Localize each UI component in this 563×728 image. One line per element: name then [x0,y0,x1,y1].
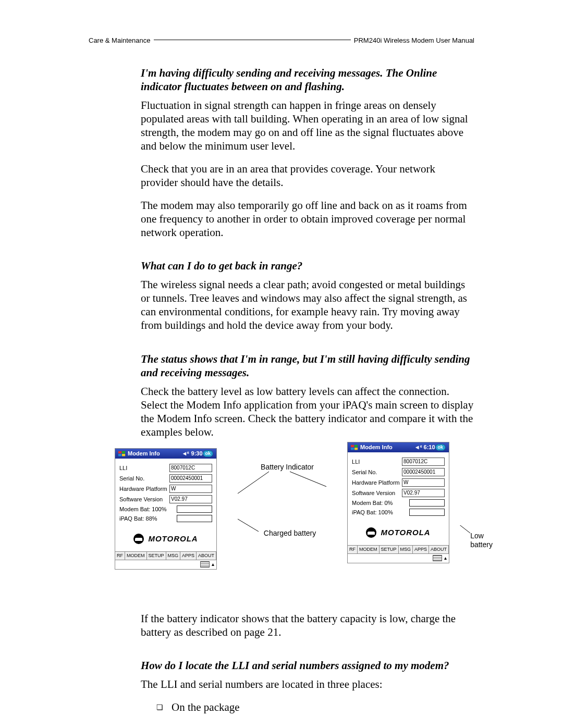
keyboard-icon[interactable] [433,555,442,561]
svg-line-11 [423,525,470,533]
device-titlebar: Modem Info ◄ᵋ 9:30 ok [115,449,216,459]
device-footer: ▴ [115,560,216,569]
content: I'm having difficulty sending and receiv… [141,66,474,714]
annot-low-battery-wrap: Low battery [470,532,493,550]
device-left: Modem Info ◄ᵋ 9:30 ok LLI8007012C Serial… [115,448,217,570]
qa-heading-1: I'm having difficulty sending and receiv… [141,66,474,93]
modem-bat-bar [409,499,445,507]
ipaq-bat-bar [177,515,212,522]
svg-rect-0 [118,451,121,453]
device-footer: ▴ [348,553,449,562]
serial-label: Serial No. [119,475,169,483]
motorola-logo-icon [366,527,376,538]
para: The LLI and serial numbers are located i… [141,677,474,691]
lli-label: LLI [352,459,402,466]
tab-apps[interactable]: APPS [413,546,429,553]
svg-rect-2 [118,454,121,456]
tab-msg[interactable]: MSG [166,552,181,560]
tab-apps[interactable]: APPS [180,552,197,560]
serial-field[interactable]: 00002450001 [402,468,445,476]
sw-field[interactable]: V02.97 [402,489,445,497]
device-right: Modem Info ◄ᵋ 6:10 ok LLI8007012C Serial… [347,442,449,563]
header-right: PRM240i Wireless Modem User Manual [354,36,474,44]
tab-modem[interactable]: MODEM [125,552,147,560]
svg-rect-7 [351,445,354,447]
device-time: ◄ᵋ 9:30 [182,450,203,458]
svg-line-5 [290,472,326,493]
modem-bat-bar [177,505,212,513]
modem-bat-label: Modem Bat: 0% [352,500,409,507]
serial-field[interactable]: 00002450001 [169,474,212,483]
hw-field[interactable]: W [169,485,212,493]
tab-setup[interactable]: SETUP [380,546,399,553]
windows-flag-icon [118,450,126,458]
para: The modem may also temporarily go off li… [141,199,474,239]
svg-rect-1 [122,451,125,453]
up-triangle-icon[interactable]: ▴ [444,555,447,561]
ipaq-bat-label: iPAQ Bat: 88% [119,515,177,523]
tab-rf[interactable]: RF [348,546,358,553]
svg-rect-8 [354,445,358,447]
hw-label: Hardware Platform [352,479,402,487]
para: Fluctuation in signal strength can happe… [141,98,474,153]
modem-bat-label: Modem Bat: 100% [119,506,177,513]
motorola-logo-icon [133,534,144,544]
device-title: Modem Info [360,444,414,451]
up-triangle-icon[interactable]: ▴ [212,561,214,567]
sw-label: Software Version [119,496,169,503]
sw-label: Software Version [352,490,402,497]
annot-charged: Charged battery [259,529,321,538]
para: Check the battery level as low battery l… [141,385,474,439]
device-titlebar: Modem Info ◄ᵋ 6:10 ok [348,442,449,453]
lli-label: LLI [119,465,169,472]
tab-rf[interactable]: RF [115,552,125,560]
device-tabs: RF MODEM SETUP MSG APPS ABOUT [348,545,449,553]
tab-msg[interactable]: MSG [399,546,413,553]
lli-field[interactable]: 8007012C [169,464,212,472]
figures: Modem Info ◄ᵋ 9:30 ok LLI8007012C Serial… [115,448,474,596]
page: Care & Maintenance PRM240i Wireless Mode… [0,0,563,728]
tab-about[interactable]: ABOUT [429,546,449,553]
header-rule [154,33,351,40]
keyboard-icon[interactable] [200,561,210,567]
motorola-brand: MOTOROLA [119,534,212,544]
svg-rect-9 [351,448,354,450]
ok-button[interactable]: ok [435,444,446,451]
device-tabs: RF MODEM SETUP MSG APPS ABOUT [115,551,216,560]
bullet-list: On the package [141,700,474,714]
qa-heading-2: What can I do to get back in range? [141,259,474,273]
header-left: Care & Maintenance [89,36,151,44]
lli-field[interactable]: 8007012C [402,458,445,466]
device-time: ◄ᵋ 6:10 [414,444,435,451]
ipaq-bat-bar [409,509,445,516]
qa-heading-4: How do I locate the LLI and serial numbe… [141,659,474,672]
figure-annotations: Battery Indicator Charged battery [238,448,326,596]
annot-battery-indicator: Battery Indicator [248,463,326,472]
ipaq-bat-label: iPAQ Bat: 100% [352,509,409,516]
device-body: LLI8007012C Serial No.00002450001 Hardwa… [115,459,216,551]
ok-button[interactable]: ok [203,450,214,457]
svg-line-4 [238,472,269,504]
hw-label: Hardware Platform [119,486,169,493]
tab-setup[interactable]: SETUP [147,552,166,560]
list-item: On the package [156,700,474,714]
tab-modem[interactable]: MODEM [358,546,380,553]
para: Check that you are in an area that provi… [141,162,474,189]
page-header: Care & Maintenance PRM240i Wireless Mode… [89,36,474,44]
tab-about[interactable]: ABOUT [197,552,216,560]
serial-label: Serial No. [352,469,402,476]
device-title: Modem Info [128,450,182,458]
windows-flag-icon [351,444,358,451]
para: If the battery indicator shows that the … [141,612,474,639]
svg-rect-10 [354,448,358,450]
brand-text: MOTOROLA [148,534,198,544]
hw-field[interactable]: W [402,478,445,487]
svg-line-6 [238,510,259,532]
qa-heading-3: The status shows that I'm in range, but … [141,352,474,379]
sw-field[interactable]: V02.97 [169,495,212,503]
para: The wireless signal needs a clear path; … [141,278,474,332]
svg-rect-3 [122,454,125,456]
